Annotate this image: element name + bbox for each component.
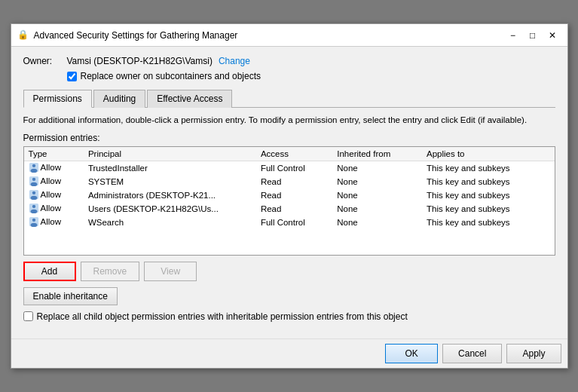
minimize-button[interactable]: −: [504, 28, 522, 43]
svg-point-1: [32, 164, 35, 167]
add-button[interactable]: Add: [23, 262, 76, 281]
table-row[interactable]: Allow WSearch Full Control None This key…: [24, 216, 555, 229]
close-button[interactable]: ✕: [543, 28, 561, 43]
owner-value: Vamsi (DESKTOP-K21H82G\Vamsi): [67, 56, 213, 66]
title-bar-controls: − □ ✕: [504, 28, 561, 43]
permission-table-container[interactable]: Type Principal Access Inherited from App…: [23, 146, 555, 256]
cell-access: Read: [256, 175, 332, 188]
remove-button[interactable]: Remove: [81, 262, 140, 281]
svg-point-14: [30, 222, 37, 226]
cell-access: Full Control: [256, 161, 332, 175]
svg-point-5: [30, 182, 37, 185]
tab-auditing[interactable]: Auditing: [93, 90, 145, 108]
cell-access: Full Control: [256, 216, 332, 229]
cell-inherited: None: [332, 202, 422, 216]
perm-entries-label: Permission entries:: [23, 133, 555, 143]
cell-principal: TrustedInstaller: [84, 161, 256, 175]
maximize-button[interactable]: □: [524, 28, 542, 43]
col-principal: Principal: [84, 147, 256, 161]
cell-applies: This key and subkeys: [422, 202, 555, 216]
col-applies: Applies to: [422, 147, 555, 161]
svg-point-11: [30, 209, 37, 213]
view-button[interactable]: View: [144, 262, 197, 281]
cell-applies: This key and subkeys: [422, 188, 555, 202]
enable-inheritance-button[interactable]: Enable inheritance: [23, 287, 118, 305]
cancel-button[interactable]: Cancel: [442, 344, 502, 363]
cell-inherited: None: [332, 175, 422, 188]
svg-point-4: [32, 177, 35, 180]
info-text: For additional information, double-click…: [23, 114, 555, 126]
owner-label: Owner:: [23, 56, 61, 66]
title-bar: 🔒 Advanced Security Settings for Gatheri…: [11, 24, 567, 47]
cell-type: Allow: [24, 161, 84, 175]
svg-point-10: [32, 204, 35, 207]
cell-applies: This key and subkeys: [422, 161, 555, 175]
col-type: Type: [24, 147, 84, 161]
cell-applies: This key and subkeys: [422, 216, 555, 229]
svg-point-7: [32, 191, 35, 194]
cell-type: Allow: [24, 202, 84, 216]
tab-effective-access[interactable]: Effective Access: [147, 90, 232, 108]
tabs-row: Permissions Auditing Effective Access: [23, 89, 555, 108]
cell-inherited: None: [332, 188, 422, 202]
advanced-security-window: 🔒 Advanced Security Settings for Gatheri…: [11, 23, 568, 368]
cell-principal: WSearch: [84, 216, 256, 229]
cell-inherited: None: [332, 161, 422, 175]
window-title: Advanced Security Settings for Gathering…: [34, 30, 504, 41]
dialog-buttons-row: OK Cancel Apply: [11, 338, 567, 368]
table-row[interactable]: Allow Administrators (DESKTOP-K21... Rea…: [24, 188, 555, 202]
svg-point-8: [30, 195, 37, 199]
replace-all-label: Replace all child object permission entr…: [37, 311, 408, 322]
replace-all-row: Replace all child object permission entr…: [23, 311, 555, 322]
enable-inheritance-wrapper: Enable inheritance: [23, 287, 555, 311]
table-row[interactable]: Allow TrustedInstaller Full Control None…: [24, 161, 555, 175]
cell-applies: This key and subkeys: [422, 175, 555, 188]
col-access: Access: [256, 147, 332, 161]
ok-button[interactable]: OK: [385, 344, 438, 363]
table-row[interactable]: Allow SYSTEM Read None This key and subk…: [24, 175, 555, 188]
cell-inherited: None: [332, 216, 422, 229]
replace-owner-row: Replace owner on subcontainers and objec…: [67, 71, 555, 81]
tab-permissions[interactable]: Permissions: [23, 90, 92, 108]
dialog-content: Owner: Vamsi (DESKTOP-K21H82G\Vamsi) Cha…: [11, 47, 567, 338]
cell-principal: Administrators (DESKTOP-K21...: [84, 188, 256, 202]
cell-principal: SYSTEM: [84, 175, 256, 188]
replace-owner-label: Replace owner on subcontainers and objec…: [81, 71, 261, 81]
cell-access: Read: [256, 202, 332, 216]
owner-row: Owner: Vamsi (DESKTOP-K21H82G\Vamsi) Cha…: [23, 56, 555, 66]
replace-owner-checkbox[interactable]: [67, 72, 77, 81]
apply-button[interactable]: Apply: [506, 344, 561, 363]
cell-type: Allow: [24, 188, 84, 202]
cell-type: Allow: [24, 216, 84, 229]
cell-principal: Users (DESKTOP-K21H82G\Us...: [84, 202, 256, 216]
svg-point-2: [30, 168, 37, 172]
svg-point-13: [32, 218, 35, 221]
replace-all-checkbox[interactable]: [23, 311, 33, 321]
action-buttons-row: Add Remove View: [23, 262, 555, 281]
change-owner-link[interactable]: Change: [219, 56, 250, 66]
col-inherited: Inherited from: [332, 147, 422, 161]
cell-type: Allow: [24, 175, 84, 188]
window-icon: 🔒: [17, 29, 29, 41]
permission-table: Type Principal Access Inherited from App…: [24, 147, 555, 229]
cell-access: Read: [256, 188, 332, 202]
table-row[interactable]: Allow Users (DESKTOP-K21H82G\Us... Read …: [24, 202, 555, 216]
